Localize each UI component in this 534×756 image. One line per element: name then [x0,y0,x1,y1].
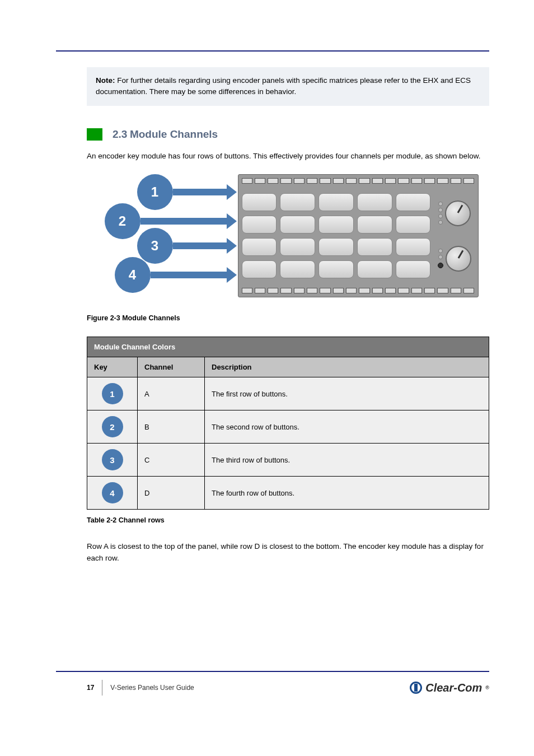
knob-icon [446,246,471,272]
callout-bubble-2: 2 [105,203,140,239]
panel-button [242,238,277,256]
panel-button [318,260,354,278]
table-row: 2 B The second row of buttons. [87,410,489,444]
note-box: Note: For further details regarding usin… [87,67,489,106]
table-header-channel: Channel [138,357,205,377]
encoder-panel-illustration [238,174,479,297]
button-row-b [242,216,431,234]
row-key-bubble: 2 [102,416,123,437]
footer-rule [56,671,489,672]
panel-button [280,216,315,234]
panel-button [318,216,354,234]
led-strip-top [242,177,475,185]
note-label: Note: [96,76,115,85]
panel-button [357,260,392,278]
panel-button [280,260,315,278]
outro-text: Row A is closest to the top of the panel… [87,541,489,564]
arrow-icon [151,272,229,278]
panel-button [280,193,315,211]
figure-caption: Figure 2-3 Module Channels [87,314,489,322]
top-rule [56,50,489,52]
table-row: 4 D The fourth row of buttons. [87,477,489,510]
row-channel: B [138,410,205,444]
table-caption: Table 2-2 Channel rows [87,516,489,524]
row-description: The first row of buttons. [205,377,489,410]
panel-button [357,216,392,234]
panel-button [357,193,392,211]
brand-name: Clear-Com [425,682,482,694]
arrow-icon [173,242,229,249]
note-text: For further details regarding using enco… [96,76,471,96]
button-row-c [242,238,431,256]
row-key-bubble: 3 [102,449,123,470]
panel-button [396,193,431,211]
callout-bubble-4: 4 [115,257,151,293]
table-header-description: Description [205,357,489,377]
footer: 17 V-Series Panels User Guide Clear-Com® [87,680,489,696]
row-key-bubble: 4 [102,482,123,503]
table-title: Module Channel Colors [87,337,489,357]
figure-module-channels: 1 2 3 4 [87,174,489,297]
row-description: The fourth row of buttons. [205,477,489,510]
section-heading: 2.3 Module Channels [87,128,489,141]
row-channel: A [138,377,205,410]
panel-button [396,238,431,256]
table-row: 1 A The first row of buttons. [87,377,489,410]
row-channel: D [138,477,205,510]
intro-text: An encoder key module has four rows of b… [87,151,489,162]
registered-icon: ® [485,685,489,690]
panel-button [242,193,277,211]
channels-table: Module Channel Colors Key Channel Descri… [87,337,489,510]
table-row: 3 C The third row of buttons. [87,444,489,477]
callout-bubble-3: 3 [137,228,173,264]
panel-button [396,260,431,278]
panel-button [318,193,354,211]
panel-button [242,260,277,278]
led-stack [438,249,443,259]
row-key-bubble: 1 [102,383,123,404]
doc-title: V-Series Panels User Guide [110,684,194,692]
led-stack [438,202,443,225]
row-description: The third row of buttons. [205,444,489,477]
section-marker-icon [87,128,102,141]
row-description: The second row of buttons. [205,410,489,444]
arrow-icon [173,189,229,195]
logo-icon [410,682,422,694]
brand-logo: Clear-Com® [410,682,489,694]
button-row-d [242,260,431,278]
panel-button [318,238,354,256]
dot-icon [438,263,443,268]
led-strip-bottom [242,287,475,295]
knob-icon [445,200,471,226]
panel-button [357,238,392,256]
section-number: 2.3 [113,128,127,140]
section-title: Module Channels [130,128,218,140]
table-header-key: Key [87,357,138,377]
panel-button [280,238,315,256]
page-number: 17 [87,684,94,692]
arrow-icon [140,218,229,225]
panel-button [242,216,277,234]
footer-divider-icon [102,680,102,696]
button-row-a [242,193,431,211]
row-channel: C [138,444,205,477]
panel-button [396,216,431,234]
callout-bubble-1: 1 [137,174,173,210]
